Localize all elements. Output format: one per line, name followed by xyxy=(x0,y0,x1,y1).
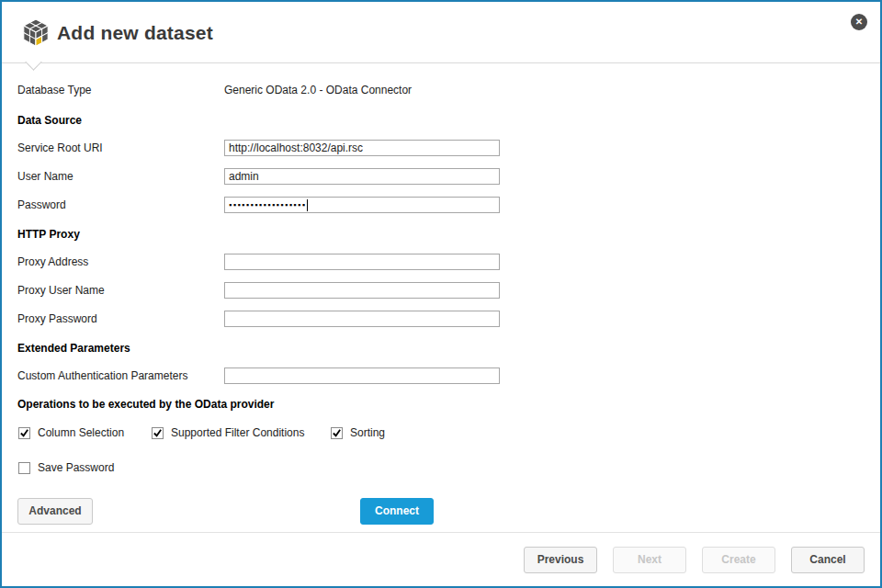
service-root-uri-label: Service Root URI xyxy=(17,141,103,154)
footer-button-bar: Previous Next Create Cancel xyxy=(2,547,880,573)
advanced-button[interactable]: Advanced xyxy=(17,498,93,525)
check-icon xyxy=(332,428,342,438)
footer-separator xyxy=(2,532,880,533)
check-icon xyxy=(19,428,29,438)
proxy-address-row: Proxy Address xyxy=(17,254,872,270)
previous-button[interactable]: Previous xyxy=(524,547,597,573)
checkbox-sorting[interactable]: Sorting xyxy=(331,426,385,439)
service-root-uri-input[interactable] xyxy=(224,140,500,156)
checkbox-save-password[interactable]: Save Password xyxy=(18,461,114,474)
proxy-address-input[interactable] xyxy=(224,254,500,270)
checkbox-label: Save Password xyxy=(38,461,114,474)
header-separator xyxy=(2,62,880,63)
dialog-header: Add new dataset ✕ xyxy=(2,2,880,62)
save-password-row: Save Password xyxy=(17,461,872,476)
section-http-proxy: HTTP Proxy xyxy=(17,228,80,241)
password-input[interactable]: ▪▪▪▪▪▪▪▪▪▪▪▪▪▪▪▪▪▪ xyxy=(224,197,500,213)
custom-auth-parameters-label: Custom Authentication Parameters xyxy=(17,369,187,382)
operations-checkbox-row: Column Selection Supported Filter Condit… xyxy=(17,426,872,441)
proxy-password-input[interactable] xyxy=(224,311,500,327)
check-icon xyxy=(153,428,163,438)
proxy-user-name-row: Proxy User Name xyxy=(17,282,872,299)
checkbox-label: Supported Filter Conditions xyxy=(171,426,304,439)
password-masked-value: ▪▪▪▪▪▪▪▪▪▪▪▪▪▪▪▪▪▪ xyxy=(229,198,306,212)
checkbox-column-selection[interactable]: Column Selection xyxy=(18,426,124,439)
proxy-password-row: Proxy Password xyxy=(17,311,872,327)
checkbox-label: Sorting xyxy=(350,426,385,439)
proxy-password-label: Proxy Password xyxy=(17,312,97,325)
add-dataset-dialog: Add new dataset ✕ Database Type Generic … xyxy=(0,0,882,588)
dataset-cube-icon xyxy=(21,17,51,50)
custom-auth-parameters-input[interactable] xyxy=(224,368,500,384)
proxy-user-name-label: Proxy User Name xyxy=(17,284,105,297)
section-extended-parameters: Extended Parameters xyxy=(17,342,130,355)
proxy-user-name-input[interactable] xyxy=(224,282,500,299)
cancel-button[interactable]: Cancel xyxy=(791,547,865,573)
password-label: Password xyxy=(17,198,66,211)
section-operations: Operations to be executed by the OData p… xyxy=(17,398,274,411)
checkbox-supported-filter-conditions[interactable]: Supported Filter Conditions xyxy=(152,426,304,439)
service-root-uri-row: Service Root URI xyxy=(17,140,872,156)
section-data-source: Data Source xyxy=(17,114,82,127)
user-name-input[interactable] xyxy=(224,168,500,185)
connect-button[interactable]: Connect xyxy=(360,498,434,525)
password-row: Password ▪▪▪▪▪▪▪▪▪▪▪▪▪▪▪▪▪▪ xyxy=(17,197,872,213)
checkbox-box xyxy=(18,462,30,474)
close-icon[interactable]: ✕ xyxy=(851,14,867,30)
database-type-row: Database Type Generic OData 2.0 - OData … xyxy=(17,82,872,98)
user-name-row: User Name xyxy=(17,168,872,185)
create-button[interactable]: Create xyxy=(702,547,775,573)
dialog-title: Add new dataset xyxy=(57,22,213,44)
text-caret xyxy=(307,199,308,211)
custom-auth-parameters-row: Custom Authentication Parameters xyxy=(17,368,872,384)
database-type-label: Database Type xyxy=(17,84,92,96)
checkbox-box xyxy=(18,427,30,439)
checkbox-label: Column Selection xyxy=(38,426,124,439)
database-type-value: Generic OData 2.0 - OData Connector xyxy=(224,84,412,96)
proxy-address-label: Proxy Address xyxy=(17,255,88,268)
next-button[interactable]: Next xyxy=(613,547,686,573)
checkbox-box xyxy=(331,427,343,439)
user-name-label: User Name xyxy=(17,170,74,183)
checkbox-box xyxy=(152,427,164,439)
